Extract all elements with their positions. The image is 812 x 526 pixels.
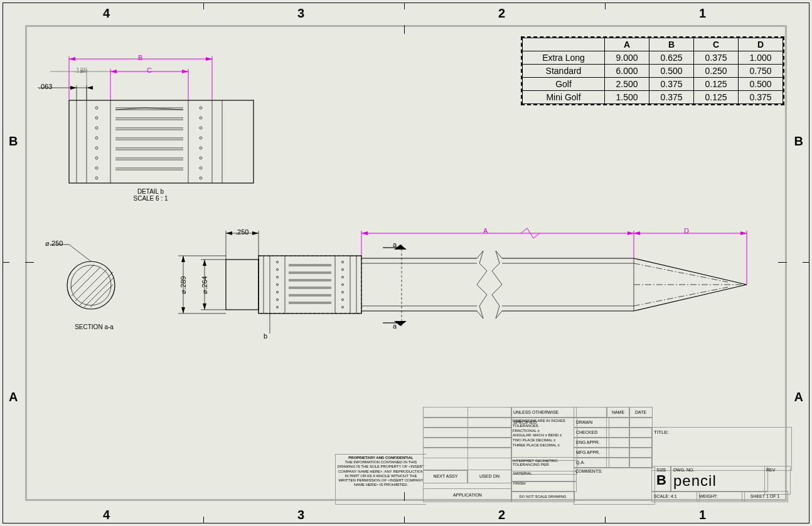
- dt-cell: 0.125: [694, 91, 739, 104]
- svg-point-12: [95, 157, 98, 159]
- svg-point-68: [342, 269, 344, 271]
- svg-line-45: [72, 267, 100, 296]
- design-table: A B C D Extra Long9.0000.6250.3751.000 S…: [521, 36, 784, 105]
- svg-point-8: [95, 117, 98, 119]
- svg-point-9: [95, 127, 98, 129]
- svg-marker-127: [740, 231, 747, 235]
- svg-line-46: [70, 265, 94, 288]
- used-on: USED ON: [467, 470, 512, 483]
- svg-point-13: [95, 167, 98, 169]
- next-assy: NEXT ASSY: [423, 470, 468, 483]
- dt-cell: 1.000: [739, 51, 783, 65]
- section-cut-bot: a: [393, 322, 397, 330]
- svg-point-64: [277, 292, 279, 293]
- zone-tick: [404, 3, 405, 9]
- size-value: B: [652, 472, 671, 488]
- proprietary-body: THE INFORMATION CONTAINED IN THIS DRAWIN…: [337, 460, 425, 487]
- dim-b-label: B: [138, 54, 142, 61]
- svg-marker-114: [181, 307, 185, 313]
- row-comments: COMMENTS:: [574, 467, 655, 505]
- zone-tick: [605, 517, 606, 523]
- dt-col-b: B: [649, 38, 694, 51]
- zone-top-4: 4: [103, 6, 110, 21]
- dim-250: .250: [235, 228, 248, 236]
- dim-d: D: [684, 227, 689, 234]
- svg-point-65: [277, 299, 279, 301]
- svg-marker-109: [252, 231, 259, 235]
- dt-cell: 1.500: [605, 91, 649, 104]
- section-label: SECTION a-a: [63, 323, 126, 330]
- section-dia: ⌀.250: [45, 239, 63, 248]
- zone-top-1: 1: [699, 6, 706, 21]
- dt-cell: 0.125: [694, 78, 739, 91]
- svg-line-94: [634, 263, 728, 282]
- dt-cell: 0.375: [649, 91, 694, 104]
- svg-rect-52: [226, 260, 259, 310]
- dim-063: .063: [39, 83, 52, 90]
- scale-label: SCALE: 4:1: [651, 491, 700, 502]
- svg-line-49: [90, 285, 113, 307]
- svg-point-18: [200, 137, 202, 139]
- title-panel: TITLE:: [651, 427, 792, 471]
- dt-row-name: Extra Long: [523, 51, 605, 65]
- title-label: TITLE:: [654, 429, 669, 435]
- svg-line-95: [634, 287, 728, 306]
- svg-point-19: [200, 147, 202, 149]
- svg-point-22: [200, 177, 202, 179]
- zone-bot-3: 3: [297, 508, 304, 522]
- tolerances: DIMENSIONS ARE IN INCHES TOLERANCES: FRA…: [511, 417, 577, 461]
- dwgno-value: pencil: [673, 472, 767, 490]
- dt-cell: 0.375: [694, 51, 739, 65]
- section-view: [56, 245, 132, 332]
- dt-cell: 0.375: [739, 91, 783, 104]
- zone-left-b: B: [9, 134, 18, 149]
- sheet-label: SHEET 1 OF 1: [742, 491, 788, 502]
- svg-point-69: [342, 276, 344, 278]
- svg-point-63: [277, 284, 279, 286]
- zone-tick: [605, 3, 606, 9]
- svg-marker-27: [206, 57, 212, 61]
- svg-marker-32: [182, 70, 188, 73]
- svg-line-44: [75, 270, 107, 301]
- dt-cell: 0.625: [649, 51, 694, 65]
- dt-cell: 0.375: [649, 78, 694, 91]
- weight-label: WEIGHT:: [697, 491, 745, 502]
- svg-point-67: [342, 261, 344, 263]
- dim-c-label: C: [147, 66, 152, 74]
- title-block: PROPRIETARY AND CONFIDENTIAL THE INFORMA…: [335, 407, 787, 501]
- zone-tick: [203, 3, 204, 9]
- main-view: [169, 226, 766, 351]
- zone-right-a: A: [794, 390, 803, 404]
- center-tick: [778, 262, 787, 263]
- dt-cell: 0.250: [694, 65, 739, 78]
- dim-dia264: ⌀.264: [201, 276, 209, 293]
- svg-marker-126: [634, 231, 640, 235]
- dim-125: .125: [74, 66, 87, 74]
- svg-point-7: [95, 107, 98, 109]
- dt-row-name: Mini Golf: [523, 91, 605, 104]
- svg-point-10: [95, 137, 98, 139]
- zone-tick: [404, 517, 405, 523]
- dt-col-a: A: [605, 38, 649, 51]
- dt-cell: 2.500: [605, 78, 649, 91]
- svg-marker-41: [87, 86, 93, 90]
- dt-cell: 6.000: [605, 65, 649, 78]
- detail-label: DETAIL b SCALE 6 : 1: [113, 188, 188, 202]
- svg-marker-40: [70, 86, 77, 90]
- svg-point-15: [200, 107, 202, 109]
- zone-tick: [3, 262, 9, 263]
- zone-top-2: 2: [498, 6, 505, 21]
- dt-cell: 0.500: [649, 65, 694, 78]
- center-tick: [404, 25, 405, 34]
- svg-point-66: [277, 307, 279, 308]
- proprietary-heading: PROPRIETARY AND CONFIDENTIAL: [337, 456, 425, 460]
- svg-point-17: [200, 127, 202, 129]
- zone-bot-2: 2: [498, 508, 505, 522]
- dt-row-name: Standard: [523, 65, 605, 78]
- svg-line-47: [79, 272, 113, 306]
- svg-point-11: [95, 147, 98, 149]
- dt-cell: 9.000: [605, 51, 649, 65]
- svg-marker-119: [203, 303, 206, 310]
- zone-tick: [803, 262, 809, 263]
- zone-bot-1: 1: [699, 508, 706, 522]
